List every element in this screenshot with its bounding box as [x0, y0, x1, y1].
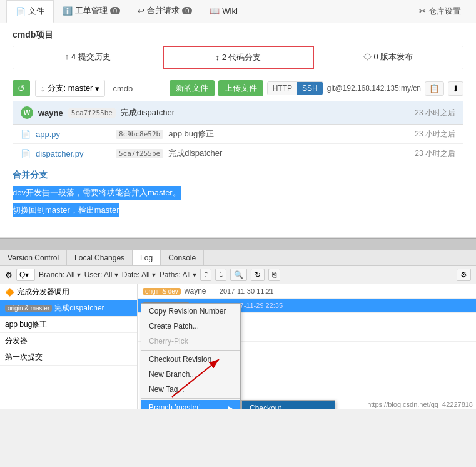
file-row: 📄 app.py 8c9bc8e52b app bug修正 23 小时之后: [13, 125, 463, 144]
ssh-button[interactable]: SSH: [297, 82, 323, 95]
branch-selector-label: 分支: master: [48, 83, 93, 94]
stat-commits[interactable]: ↑ 4 提交历史: [13, 46, 163, 69]
ctx-checkout-revision[interactable]: Checkout Revision: [141, 352, 240, 367]
ctx-new-branch[interactable]: New Branch...: [141, 367, 240, 382]
copy-icon: 📋: [429, 84, 440, 93]
wiki-tab-icon: 📖: [210, 6, 220, 16]
settings-gear-icon[interactable]: ⚙: [5, 270, 13, 280]
tags-0: origin & dev: [143, 288, 181, 295]
tab-wiki[interactable]: 📖 Wiki: [201, 1, 246, 22]
submenu: Checkout Checkout as New Branch Compare …: [241, 400, 335, 409]
branch-master-label: Branch 'master': [149, 403, 201, 409]
paths-filter[interactable]: Paths: All ▾: [160, 270, 196, 279]
settings-button[interactable]: ✂ 仓库设置: [410, 1, 470, 22]
merge-tab-icon: ↩: [138, 6, 144, 16]
download-button[interactable]: ⬇: [448, 81, 463, 96]
ctx-sep-2: [141, 398, 240, 399]
merge-tab-label: 合并请求: [147, 5, 180, 16]
protocol-buttons: HTTP SSH: [267, 81, 323, 95]
file-msg-0: app bug修正: [168, 128, 410, 140]
vc-tab-lc-label: Local Changes: [74, 254, 124, 262]
commit-time: 23 小时之后: [415, 108, 455, 118]
top-panel: 📄 文件 ℹ️ 工单管理 0 ↩ 合并请求 0 📖 Wiki ✂ 仓库设置 cm…: [0, 0, 476, 238]
log-action-up[interactable]: ⤴: [200, 269, 211, 281]
wiki-tab-label: Wiki: [222, 6, 238, 16]
project-title: cmdb项目: [0, 23, 476, 46]
branch-selector[interactable]: ↕ 分支: master ▾: [35, 80, 105, 97]
submenu-arrow-icon: ▶: [228, 404, 233, 410]
log-right-area: origin & dev wayne 2017-11-30 11:21 orig…: [138, 284, 476, 409]
commit-author: wayne: [38, 108, 63, 118]
path-label: cmdb: [113, 84, 133, 93]
commit-message: 完成dispatcher: [121, 107, 410, 118]
log-search-input[interactable]: [16, 269, 35, 281]
merge-section-title: 合并分支: [13, 170, 463, 181]
tab-bar-left: 📄 文件 ℹ️ 工单管理 0 ↩ 合并请求 0 📖 Wiki: [6, 0, 246, 23]
commits-label: 4 提交历史: [71, 52, 111, 61]
vc-tab-console-label: Console: [168, 254, 196, 262]
branches-label: 2 代码分支: [222, 53, 261, 62]
merge-badge: 0: [182, 7, 192, 14]
releases-label: 0 版本发布: [374, 52, 413, 61]
log-list: 🔶 完成分发器调用 origin & master 完成dispatcher a…: [0, 284, 138, 409]
log-action-copy[interactable]: ⎘: [268, 269, 280, 281]
file-time-1: 23 小时之后: [415, 148, 455, 159]
http-button[interactable]: HTTP: [268, 82, 297, 95]
merge-text-1: dev开发告一段落，需要将功能合并入master。: [13, 186, 181, 200]
log-action-refresh[interactable]: ↻: [251, 269, 265, 281]
tab-merge[interactable]: ↩ 合并请求 0: [129, 0, 201, 23]
tab-files[interactable]: 📄 文件: [6, 0, 54, 23]
commits-icon: ↑: [65, 52, 71, 61]
stat-releases[interactable]: ◇ 0 版本发布: [313, 46, 463, 69]
bottom-panel: Version Control Local Changes Log Consol…: [0, 250, 476, 409]
ctx-branch-master[interactable]: Branch 'master' ▶ Checkout Checkout as N…: [141, 400, 240, 409]
copy-url-button[interactable]: 📋: [425, 81, 444, 96]
sub-checkout[interactable]: Checkout: [242, 401, 335, 409]
download-icon: ⬇: [452, 84, 459, 93]
file-name-0[interactable]: app.py: [36, 130, 111, 139]
log-action-down[interactable]: ⤵: [215, 269, 226, 281]
log-list-item[interactable]: app bug修正: [0, 317, 137, 333]
new-file-button[interactable]: 新的文件: [170, 80, 215, 96]
file-msg-1: 完成dispatcher: [168, 148, 410, 159]
commit-row: W wayne 5ca7f255be 完成dispatcher 23 小时之后: [13, 101, 463, 125]
ctx-create-patch[interactable]: Create Patch...: [141, 319, 240, 334]
log-list-item[interactable]: 分发器: [0, 333, 137, 349]
log-action-settings[interactable]: ⚙: [457, 269, 471, 281]
vc-tab-version-control[interactable]: Version Control: [0, 250, 67, 265]
vc-tab-log[interactable]: Log: [133, 250, 161, 265]
vc-tab-console[interactable]: Console: [161, 250, 204, 265]
date-filter[interactable]: Date: All ▾: [122, 270, 156, 279]
vc-tab-bar: Version Control Local Changes Log Consol…: [0, 250, 476, 266]
vc-tab-vc-label: Version Control: [8, 254, 59, 262]
upload-button[interactable]: 上传文件: [218, 80, 263, 96]
refresh-button[interactable]: ↺: [13, 80, 30, 96]
content-area: 合并分支 dev开发告一段落，需要将功能合并入master。 切换回到maste…: [0, 163, 476, 225]
log-list-item[interactable]: 🔶 完成分发器调用: [0, 284, 137, 300]
ctx-sep-1: [141, 350, 240, 351]
stat-branches[interactable]: ↕ 2 代码分支: [163, 46, 315, 69]
log-list-item-active[interactable]: origin & master 完成dispatcher: [0, 300, 137, 317]
commit-hash[interactable]: 5ca7f255be: [68, 108, 116, 118]
user-filter[interactable]: User: All ▾: [84, 270, 118, 279]
tasks-tab-label: 工单管理: [75, 5, 108, 16]
vc-tab-local-changes[interactable]: Local Changes: [67, 250, 133, 265]
log-action-search[interactable]: 🔍: [230, 269, 247, 281]
file-hash-1[interactable]: 5ca7f255be: [116, 149, 163, 158]
file-name-1[interactable]: dispatcher.py: [36, 149, 111, 158]
log-tag-origin-master: origin & master: [5, 305, 52, 312]
panel-separator: [0, 238, 476, 250]
stats-row: ↑ 4 提交历史 ↕ 2 代码分支 ◇ 0 版本发布: [13, 46, 463, 69]
tag-origin-dev: origin & dev: [143, 288, 181, 295]
branch-toolbar: ↺ ↕ 分支: master ▾ cmdb 新的文件 上传文件 HTTP SSH…: [0, 76, 476, 101]
ctx-new-tag[interactable]: New Tag...: [141, 382, 240, 397]
repo-url: git@192.168.142.135:my/cn: [327, 84, 421, 93]
file-hash-0[interactable]: 8c9bc8e52b: [116, 130, 163, 139]
file-row: 📄 dispatcher.py 5ca7f255be 完成dispatcher …: [13, 144, 463, 163]
log-list-item[interactable]: 第一次提交: [0, 349, 137, 366]
ctx-copy-revision[interactable]: Copy Revision Number: [141, 304, 240, 319]
tab-tasks[interactable]: ℹ️ 工单管理 0: [54, 0, 129, 23]
ctx-cherry-pick: Cherry-Pick: [141, 334, 240, 349]
files-tab-icon: 📄: [16, 7, 26, 16]
branch-filter[interactable]: Branch: All ▾: [39, 270, 81, 279]
